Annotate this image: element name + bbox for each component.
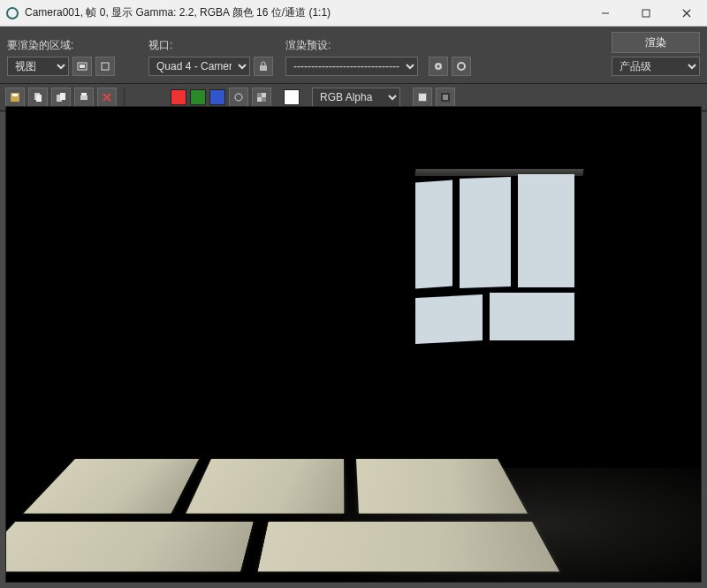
svg-rect-7 [102,63,109,70]
svg-rect-18 [80,95,87,100]
window-pane [460,177,511,288]
svg-point-0 [7,8,18,19]
floor-light-cell [24,459,199,514]
preset-select[interactable]: ------------------------------- [285,57,418,76]
window-pane [518,174,574,287]
minimize-button[interactable] [585,0,626,26]
svg-rect-13 [12,94,18,96]
maximize-button[interactable] [626,0,666,26]
channel-select[interactable]: RGB Alpha [312,88,400,107]
red-channel-swatch[interactable] [171,89,186,105]
viewport-col: 视口: Quad 4 - Camera0 [148,38,273,76]
delete-icon[interactable] [97,88,117,107]
green-channel-swatch[interactable] [190,89,206,105]
preset-col: 渲染预设: ------------------------------- [285,38,471,76]
svg-rect-24 [262,97,266,102]
viewport-select[interactable]: Quad 4 - Camera0 [148,57,250,76]
preset-label: 渲染预设: [285,38,471,53]
svg-point-11 [458,63,465,70]
render-button[interactable]: 渲染 [612,32,700,53]
svg-rect-25 [262,93,266,97]
render-produce-icon[interactable] [429,57,448,76]
svg-point-10 [437,65,440,68]
quality-select[interactable]: 产品级 [612,57,700,76]
region-col: 要渲染的区域: 视图 [7,38,115,76]
window-pane [415,294,483,344]
copy-icon[interactable] [28,88,48,107]
rendered-window [415,176,583,362]
floor-light-cell [5,522,254,571]
toolbar-row-1: 要渲染的区域: 视图 视口: Quad 4 - Camera0 渲染预设: [0,27,707,84]
clone-icon[interactable] [51,88,71,107]
svg-rect-17 [60,93,65,100]
toggle-a-icon[interactable] [413,88,432,107]
viewport-label: 视口: [148,38,273,53]
render-button-label: 渲染 [645,35,666,50]
close-button[interactable] [666,0,707,26]
lock-icon[interactable] [254,57,273,76]
region-select[interactable]: 视图 [7,57,69,76]
svg-rect-26 [257,97,262,102]
render-settings-icon[interactable] [452,57,471,76]
floor-light-cell [356,459,528,514]
floor-light-cell [186,459,344,514]
floor-light [11,459,536,525]
window-pane [490,293,574,340]
svg-rect-28 [419,94,426,101]
circle-icon[interactable] [229,88,248,107]
region-label: 要渲染的区域: [7,38,115,53]
region-crop-icon[interactable] [95,57,115,76]
svg-rect-2 [642,10,650,17]
render-viewport-frame [5,106,702,583]
floor-light-cell [258,522,559,571]
window-title: Camera001, 帧 0, 显示 Gamma: 2.2, RGBA 颜色 1… [25,5,585,20]
svg-rect-23 [257,93,262,97]
blue-channel-swatch[interactable] [209,89,225,105]
region-window-icon[interactable] [72,57,92,76]
svg-rect-6 [80,65,85,68]
svg-point-22 [235,94,242,101]
render-viewport[interactable] [13,114,694,575]
window-buttons [585,0,707,26]
save-icon[interactable] [5,88,25,107]
svg-rect-8 [260,65,267,71]
white-swatch[interactable] [284,89,300,105]
svg-rect-19 [81,93,87,95]
alpha-icon[interactable] [252,88,271,107]
svg-rect-30 [443,95,448,100]
render-col: 渲染 产品级 [612,32,700,76]
titlebar: Camera001, 帧 0, 显示 Gamma: 2.2, RGBA 颜色 1… [0,0,707,27]
print-icon[interactable] [74,88,94,107]
svg-rect-15 [36,95,42,102]
app-icon [5,6,19,20]
window-pane [415,180,452,289]
toggle-b-icon[interactable] [436,88,455,107]
